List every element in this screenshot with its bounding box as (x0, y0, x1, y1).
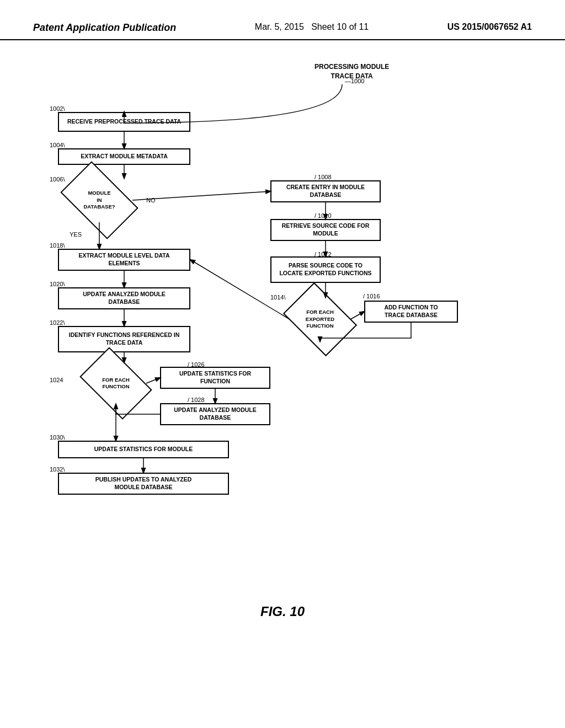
label-1010: / 1010 (315, 212, 332, 219)
box-1020: UPDATE ANALYZED MODULEDATABASE (58, 287, 190, 309)
box-1012: PARSE SOURCE CODE TOLOCATE EXPORTED FUNC… (270, 256, 381, 283)
box-1016: ADD FUNCTION TOTRACE DATABASE (364, 301, 458, 323)
box-1010: RETRIEVE SOURCE CODE FORMODULE (270, 219, 381, 241)
label-1020: 1020\ (50, 281, 65, 287)
label-1030: 1030\ (50, 434, 65, 441)
label-1014: 1014\ (270, 294, 286, 301)
label-1022: 1022\ (50, 319, 65, 326)
figure-caption: FIG. 10 (0, 604, 565, 619)
label-1006: 1006\ (50, 176, 65, 183)
header-publication: Patent Application Publication (33, 22, 176, 34)
label-1032: 1032\ (50, 466, 65, 473)
label-1002: 1002\ (50, 105, 65, 112)
label-1024: 1024 (50, 377, 63, 383)
box-1008: CREATE ENTRY IN MODULEDATABASE (270, 180, 381, 202)
diamond-foreach-fn: FOR EACHFUNCTION (86, 362, 146, 404)
box-1022: IDENTIFY FUNCTIONS REFERENCED INTRACE DA… (58, 326, 190, 352)
label-1016: / 1016 (363, 293, 380, 299)
box-1030: UPDATE STATISTICS FOR MODULE (58, 441, 229, 458)
label-1008: / 1008 (315, 174, 332, 180)
svg-line-12 (146, 378, 160, 383)
box-1026: UPDATE STATISTICS FORFUNCTION (160, 367, 270, 389)
label-no: NO (146, 197, 156, 204)
page-header: Patent Application Publication Mar. 5, 2… (0, 0, 565, 40)
label-1028: / 1028 (188, 397, 205, 403)
label-yes: YES (70, 231, 82, 238)
box-1004: EXTRACT MODULE METADATA (58, 148, 190, 165)
diagram-area: PROCESSING MODULETRACE DATA —1000 1002\ … (0, 46, 565, 652)
box-1002: RECEIVE PREPROCESSED TRACE DATA (58, 112, 190, 132)
diamond-1014: FOR EACHEXPORTEDFUNCTION (290, 297, 350, 341)
box-1028: UPDATE ANALYZED MODULEDATABASE (160, 403, 270, 425)
header-date-sheet: Mar. 5, 2015 Sheet 10 of 11 (255, 22, 369, 32)
header-patent-number: US 2015/0067652 A1 (447, 22, 532, 32)
box-1018: EXTRACT MODULE LEVEL DATAELEMENTS (58, 249, 190, 271)
label-1018: 1018\ (50, 242, 65, 249)
box-1032: PUBLISH UPDATES TO ANALYZEDMODULE DATABA… (58, 473, 229, 495)
label-1000: —1000 (345, 78, 364, 84)
label-1004: 1004\ (50, 142, 65, 148)
svg-line-6 (350, 312, 364, 319)
diamond-1006: MODULEINDATABASE? (66, 178, 132, 222)
